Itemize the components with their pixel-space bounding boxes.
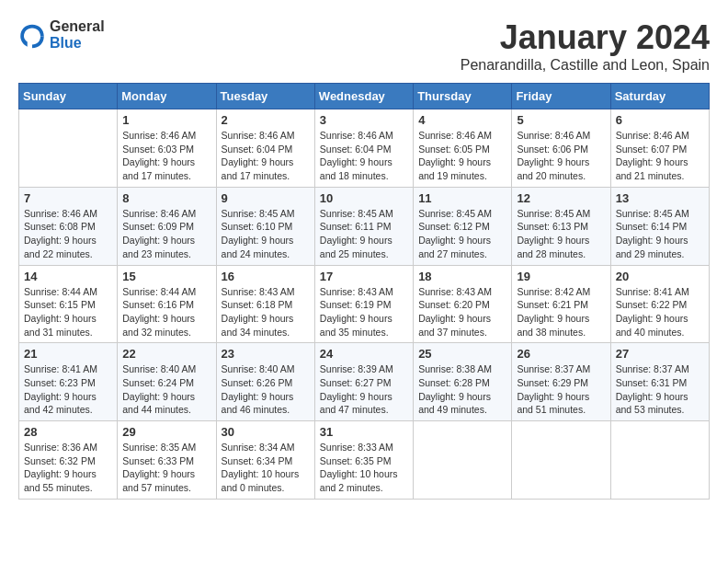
daylight-info: Daylight: 9 hours and 18 minutes.: [320, 155, 408, 182]
calendar-cell: 29Sunrise: 8:35 AMSunset: 6:33 PMDayligh…: [118, 421, 216, 500]
calendar-cell: 6Sunrise: 8:46 AMSunset: 6:07 PMDaylight…: [610, 109, 709, 188]
calendar-cell: 21Sunrise: 8:41 AMSunset: 6:23 PMDayligh…: [19, 343, 118, 421]
calendar-cell: 19Sunrise: 8:42 AMSunset: 6:21 PMDayligh…: [512, 265, 610, 343]
day-number: 22: [122, 347, 210, 361]
day-number: 29: [122, 425, 210, 439]
sunset-info: Sunset: 6:32 PM: [24, 454, 112, 468]
calendar-cell: 9Sunrise: 8:45 AMSunset: 6:10 PMDaylight…: [216, 187, 314, 265]
day-number: 20: [616, 270, 704, 283]
calendar-cell: 17Sunrise: 8:43 AMSunset: 6:19 PMDayligh…: [314, 265, 413, 343]
calendar-cell: 12Sunrise: 8:45 AMSunset: 6:13 PMDayligh…: [512, 187, 610, 265]
day-number: 9: [222, 191, 310, 205]
daylight-info: Daylight: 10 hours and 2 minutes.: [320, 467, 408, 494]
daylight-info: Daylight: 9 hours and 25 minutes.: [320, 234, 408, 260]
day-info: Sunrise: 8:45 AMSunset: 6:10 PMDaylight:…: [222, 207, 310, 261]
calendar-cell: [512, 421, 610, 500]
day-number: 10: [320, 191, 408, 205]
sunset-info: Sunset: 6:21 PM: [517, 298, 605, 312]
sunset-info: Sunset: 6:24 PM: [122, 376, 210, 390]
sunrise-info: Sunrise: 8:41 AM: [616, 285, 704, 299]
day-info: Sunrise: 8:45 AMSunset: 6:12 PMDaylight:…: [418, 207, 506, 261]
calendar-cell: 8Sunrise: 8:46 AMSunset: 6:09 PMDaylight…: [118, 187, 216, 265]
logo-general: General: [50, 18, 105, 35]
calendar-cell: 28Sunrise: 8:36 AMSunset: 6:32 PMDayligh…: [19, 421, 118, 500]
daylight-info: Daylight: 9 hours and 22 minutes.: [24, 234, 112, 260]
daylight-info: Daylight: 9 hours and 57 minutes.: [122, 467, 210, 494]
weekday-header-monday: Monday: [118, 84, 216, 109]
day-info: Sunrise: 8:37 AMSunset: 6:29 PMDaylight:…: [517, 362, 605, 417]
sunrise-info: Sunrise: 8:45 AM: [616, 207, 704, 221]
sunrise-info: Sunrise: 8:46 AM: [24, 207, 112, 221]
week-row-0: 1Sunrise: 8:46 AMSunset: 6:03 PMDaylight…: [19, 109, 710, 188]
day-number: 6: [616, 113, 704, 127]
day-info: Sunrise: 8:43 AMSunset: 6:19 PMDaylight:…: [320, 285, 408, 339]
sunset-info: Sunset: 6:33 PM: [122, 454, 210, 468]
sunset-info: Sunset: 6:31 PM: [616, 376, 704, 390]
sunset-info: Sunset: 6:04 PM: [320, 143, 408, 156]
day-number: 11: [418, 191, 506, 205]
day-info: Sunrise: 8:46 AMSunset: 6:06 PMDaylight:…: [517, 129, 605, 183]
daylight-info: Daylight: 9 hours and 31 minutes.: [24, 312, 112, 339]
sunrise-info: Sunrise: 8:39 AM: [320, 362, 408, 376]
day-info: Sunrise: 8:41 AMSunset: 6:23 PMDaylight:…: [24, 362, 112, 417]
sunrise-info: Sunrise: 8:41 AM: [24, 362, 112, 376]
day-number: 23: [222, 347, 310, 361]
day-info: Sunrise: 8:46 AMSunset: 6:05 PMDaylight:…: [418, 129, 506, 183]
calendar-cell: 10Sunrise: 8:45 AMSunset: 6:11 PMDayligh…: [314, 187, 413, 265]
sunrise-info: Sunrise: 8:46 AM: [320, 129, 408, 143]
calendar-cell: 24Sunrise: 8:39 AMSunset: 6:27 PMDayligh…: [314, 343, 413, 421]
day-number: 21: [24, 347, 112, 361]
daylight-info: Daylight: 9 hours and 17 minutes.: [122, 155, 210, 182]
logo-blue: Blue: [50, 35, 105, 52]
day-number: 27: [616, 347, 704, 361]
calendar-table: SundayMondayTuesdayWednesdayThursdayFrid…: [18, 83, 710, 500]
day-number: 3: [320, 113, 408, 127]
day-number: 25: [418, 347, 506, 361]
day-info: Sunrise: 8:33 AMSunset: 6:35 PMDaylight:…: [320, 441, 408, 495]
daylight-info: Daylight: 9 hours and 32 minutes.: [122, 312, 210, 339]
sunrise-info: Sunrise: 8:46 AM: [122, 207, 210, 221]
sunset-info: Sunset: 6:28 PM: [418, 376, 506, 390]
sunset-info: Sunset: 6:04 PM: [222, 143, 310, 156]
day-info: Sunrise: 8:44 AMSunset: 6:15 PMDaylight:…: [24, 285, 112, 339]
day-info: Sunrise: 8:46 AMSunset: 6:04 PMDaylight:…: [320, 129, 408, 183]
calendar-cell: 1Sunrise: 8:46 AMSunset: 6:03 PMDaylight…: [118, 109, 216, 188]
daylight-info: Daylight: 9 hours and 46 minutes.: [222, 390, 310, 417]
month-title: January 2024: [461, 18, 710, 57]
daylight-info: Daylight: 9 hours and 27 minutes.: [418, 234, 506, 260]
calendar-cell: [414, 421, 512, 500]
calendar-cell: 25Sunrise: 8:38 AMSunset: 6:28 PMDayligh…: [414, 343, 512, 421]
calendar-cell: 3Sunrise: 8:46 AMSunset: 6:04 PMDaylight…: [314, 109, 413, 188]
daylight-info: Daylight: 9 hours and 28 minutes.: [517, 234, 605, 260]
day-number: 2: [222, 113, 310, 127]
day-info: Sunrise: 8:34 AMSunset: 6:34 PMDaylight:…: [222, 441, 310, 495]
daylight-info: Daylight: 9 hours and 19 minutes.: [418, 155, 506, 182]
logo-text: General Blue: [50, 18, 105, 51]
weekday-header-friday: Friday: [512, 84, 610, 109]
calendar-cell: 11Sunrise: 8:45 AMSunset: 6:12 PMDayligh…: [414, 187, 512, 265]
daylight-info: Daylight: 9 hours and 29 minutes.: [616, 234, 704, 260]
day-info: Sunrise: 8:45 AMSunset: 6:14 PMDaylight:…: [616, 207, 704, 261]
daylight-info: Daylight: 9 hours and 17 minutes.: [222, 155, 310, 182]
sunset-info: Sunset: 6:20 PM: [418, 298, 506, 312]
sunrise-info: Sunrise: 8:43 AM: [320, 285, 408, 299]
calendar-cell: 7Sunrise: 8:46 AMSunset: 6:08 PMDaylight…: [19, 187, 118, 265]
week-row-1: 7Sunrise: 8:46 AMSunset: 6:08 PMDaylight…: [19, 187, 710, 265]
daylight-info: Daylight: 9 hours and 35 minutes.: [320, 312, 408, 339]
sunset-info: Sunset: 6:07 PM: [616, 143, 704, 156]
sunset-info: Sunset: 6:29 PM: [517, 376, 605, 390]
daylight-info: Daylight: 9 hours and 38 minutes.: [517, 312, 605, 339]
sunrise-info: Sunrise: 8:43 AM: [418, 285, 506, 299]
calendar-cell: 16Sunrise: 8:43 AMSunset: 6:18 PMDayligh…: [216, 265, 314, 343]
daylight-info: Daylight: 9 hours and 42 minutes.: [24, 390, 112, 417]
calendar-cell: [610, 421, 709, 500]
day-info: Sunrise: 8:46 AMSunset: 6:09 PMDaylight:…: [122, 207, 210, 261]
daylight-info: Daylight: 9 hours and 44 minutes.: [122, 390, 210, 417]
location-title: Penarandilla, Castille and Leon, Spain: [461, 57, 710, 74]
sunset-info: Sunset: 6:34 PM: [222, 454, 310, 468]
sunrise-info: Sunrise: 8:37 AM: [616, 362, 704, 376]
sunrise-info: Sunrise: 8:36 AM: [24, 441, 112, 454]
sunrise-info: Sunrise: 8:37 AM: [517, 362, 605, 376]
sunset-info: Sunset: 6:08 PM: [24, 220, 112, 234]
day-number: 8: [122, 191, 210, 205]
